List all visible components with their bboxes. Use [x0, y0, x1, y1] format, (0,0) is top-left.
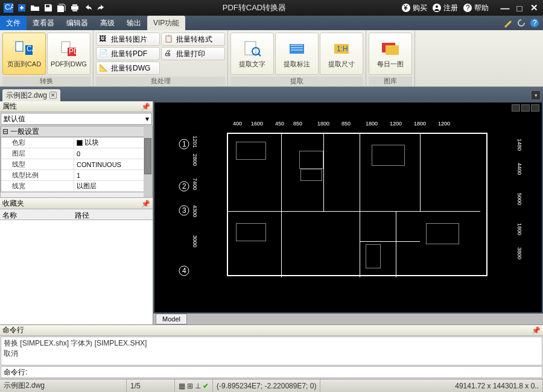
undo-icon[interactable]	[82, 2, 94, 13]
refresh-icon[interactable]	[516, 18, 526, 28]
maximize-button[interactable]: □	[513, 2, 526, 13]
gallery-icon	[381, 39, 400, 58]
print-icon: 🖨	[164, 49, 174, 58]
prop-category-general[interactable]: ⊟一般设置	[1, 126, 152, 137]
menu-viewer[interactable]: 查看器	[27, 16, 60, 30]
model-tab[interactable]: Model	[156, 314, 187, 324]
titlebar: CAD PDF转CAD转换器 ¥购买 注册 ?帮助 — □ ✕	[0, 0, 543, 16]
group-gallery-label: 图库	[369, 77, 412, 86]
group-extract-label: 提取	[230, 77, 363, 86]
page-to-cad-icon: CAD	[14, 39, 34, 58]
svg-text:?: ?	[533, 19, 537, 27]
canvas-minimize-icon[interactable]	[512, 104, 520, 112]
status-coords: (-9.895234E7; -2.220089E7; 0)	[213, 379, 320, 392]
extract-size-icon: 1:H	[332, 39, 351, 58]
tab-dropdown-icon[interactable]: ▾	[531, 90, 541, 100]
help-link[interactable]: ?帮助	[463, 3, 489, 13]
svg-text:2: 2	[182, 182, 186, 191]
ortho-icon[interactable]: ⊥	[195, 382, 201, 390]
props-scrollbar[interactable]	[144, 126, 152, 197]
page-to-cad-button[interactable]: CAD 页面到CAD	[2, 33, 46, 75]
batch-image-button[interactable]: 🖼批量转图片	[96, 33, 160, 46]
prop-row-lineweight[interactable]: 线宽以图层	[1, 181, 151, 192]
tab-close-icon[interactable]: ✕	[49, 92, 57, 99]
pdf-to-dwg-button[interactable]: PDF PDF到DWG	[47, 33, 91, 75]
register-link[interactable]: 注册	[432, 3, 458, 13]
pin-icon[interactable]: 📌	[141, 103, 150, 111]
menubar: 文件 查看器 编辑器 高级 输出 VIP功能 ?	[0, 16, 543, 30]
prop-row-layer[interactable]: 图层0	[1, 148, 151, 159]
svg-rect-6	[72, 9, 77, 11]
svg-text:?: ?	[466, 4, 470, 12]
svg-text:4: 4	[182, 267, 186, 275]
menu-editor[interactable]: 编辑器	[60, 16, 94, 30]
properties-selector[interactable]: 默认值 ▾	[1, 113, 152, 125]
wand-icon[interactable]	[503, 18, 513, 28]
command-input[interactable]: 命令行:	[1, 366, 542, 378]
svg-rect-3	[46, 5, 49, 7]
svg-text:PDF: PDF	[69, 47, 78, 55]
svg-text:CAD: CAD	[5, 3, 13, 11]
canvas-close-icon[interactable]	[531, 104, 539, 112]
drawing-canvas[interactable]: 400 1600 450 850 1800 850 1800 1200 1800…	[154, 103, 542, 312]
properties-header: 属性 📌	[0, 101, 153, 112]
extract-dim-button[interactable]: 提取标注	[275, 33, 319, 75]
menu-output[interactable]: 输出	[121, 16, 147, 30]
app-icon: CAD	[2, 2, 14, 13]
svg-text:1: 1	[182, 140, 186, 148]
check-icon[interactable]: ✔	[203, 382, 209, 390]
group-convert-label: 转换	[2, 77, 91, 86]
extract-dim-icon	[287, 39, 306, 58]
image-icon: 🖼	[99, 34, 109, 44]
snap-icon[interactable]: ⊞	[187, 382, 193, 390]
favorites-list	[0, 220, 153, 324]
svg-rect-5	[72, 4, 77, 7]
menu-file[interactable]: 文件	[0, 16, 27, 30]
status-filename: 示例图2.dwg	[0, 379, 127, 392]
status-dims: 49141.72 x 144301.8 x 0..	[451, 379, 543, 392]
menu-advanced[interactable]: 高级	[94, 16, 121, 30]
daily-image-button[interactable]: 每日一图	[369, 33, 412, 75]
new-icon[interactable]	[16, 2, 28, 13]
canvas-restore-icon[interactable]	[521, 104, 530, 112]
command-log: 替换 [SIMPLEX.shx] 字体为 [SIMPLEX.SHX] 取消	[1, 337, 542, 365]
extract-text-button[interactable]: 提取文字	[230, 33, 274, 75]
batch-format-button[interactable]: 📋批量转格式	[161, 33, 225, 46]
status-tools: ▦ ⊞ ⊥ ✔	[175, 379, 213, 392]
prop-row-linetype[interactable]: 线型CONTINUOUS	[1, 159, 151, 170]
open-icon[interactable]	[29, 2, 41, 13]
save-icon[interactable]	[42, 2, 54, 13]
redo-icon[interactable]	[95, 2, 107, 13]
batch-print-button[interactable]: 🖨批量打印	[161, 47, 225, 60]
grid-icon[interactable]: ▦	[179, 382, 185, 390]
svg-text:CAD: CAD	[27, 45, 34, 53]
pin-icon[interactable]: 📌	[141, 200, 150, 208]
svg-text:1:H: 1:H	[337, 45, 348, 53]
favorites-columns: 名称 路径	[0, 209, 153, 220]
svg-text:¥: ¥	[403, 4, 408, 12]
buy-link[interactable]: ¥购买	[401, 3, 427, 13]
statusbar: 示例图2.dwg 1/5 ▦ ⊞ ⊥ ✔ (-9.895234E7; -2.22…	[0, 379, 543, 392]
pin-icon[interactable]: 📌	[532, 326, 541, 335]
ribbon: CAD 页面到CAD PDF PDF到DWG 转换 🖼批量转图片 📄批量转PDF…	[0, 30, 543, 87]
saveall-icon[interactable]	[56, 2, 68, 13]
svg-point-10	[436, 5, 438, 8]
extract-size-button[interactable]: 1:H 提取尺寸	[320, 33, 363, 75]
print-icon[interactable]	[69, 2, 81, 13]
prop-row-color[interactable]: 色彩以块	[1, 138, 151, 148]
batch-dwg-button[interactable]: 📐批量转DWG	[96, 62, 160, 75]
svg-text:3: 3	[182, 206, 186, 215]
document-tab[interactable]: 示例图2.dwg ✕	[2, 89, 60, 101]
menu-vip[interactable]: VIP功能	[147, 16, 185, 30]
help-icon[interactable]: ?	[530, 18, 539, 28]
close-button[interactable]: ✕	[527, 2, 541, 13]
app-title: PDF转CAD转换器	[109, 2, 400, 13]
format-icon: 📋	[164, 34, 174, 44]
prop-row-ltscale[interactable]: 线型比例1	[1, 170, 151, 181]
floor-plan: 400 1600 450 850 1800 850 1800 1200 1800…	[191, 121, 524, 294]
layout-tabstrip: Model	[153, 314, 543, 324]
dropdown-icon[interactable]: ▾	[145, 115, 149, 123]
command-panel: 命令行 📌 替换 [SIMPLEX.shx] 字体为 [SIMPLEX.SHX]…	[0, 324, 543, 379]
minimize-button[interactable]: —	[498, 2, 512, 13]
batch-pdf-button[interactable]: 📄批量转PDF	[96, 47, 160, 60]
